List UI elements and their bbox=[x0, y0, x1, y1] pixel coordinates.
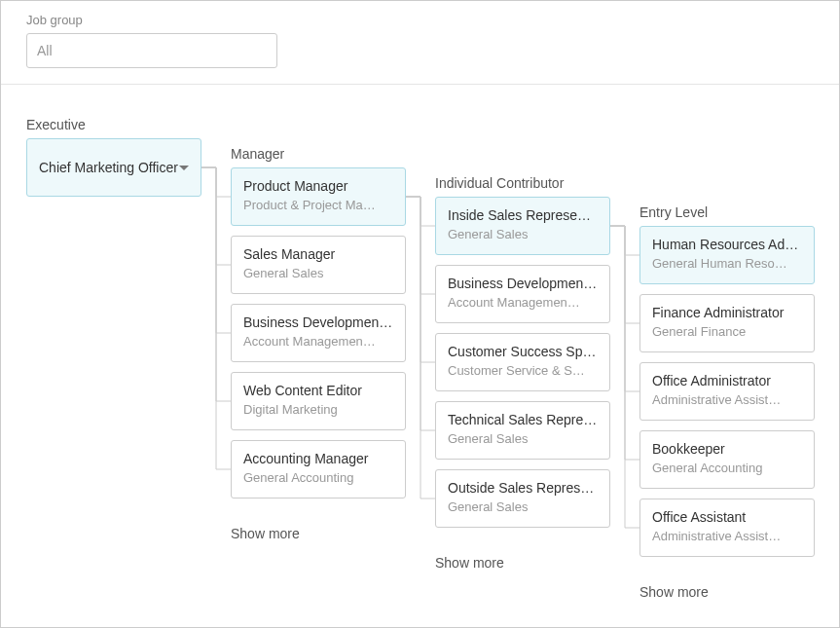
manager-node-product-manager[interactable]: Product Manager Product & Project Ma… bbox=[231, 167, 406, 226]
node-subtitle: Account Managemen… bbox=[448, 295, 598, 310]
node-title: Technical Sales Represe… bbox=[448, 412, 598, 427]
entry-node-finance-admin[interactable]: Finance Administrator General Finance bbox=[639, 294, 815, 352]
node-title: Product Manager bbox=[243, 178, 393, 194]
manager-node-accounting-manager[interactable]: Accounting Manager General Accounting bbox=[231, 440, 406, 499]
show-more-entry[interactable]: Show more bbox=[639, 584, 709, 600]
node-subtitle: General Sales bbox=[243, 266, 393, 280]
executive-node-dropdown[interactable]: Chief Marketing Officer bbox=[26, 138, 201, 197]
node-subtitle: General Accounting bbox=[243, 470, 393, 485]
node-title: Business Development R… bbox=[448, 276, 598, 291]
column-title-entry: Entry Level bbox=[639, 204, 708, 220]
node-subtitle: Product & Project Ma… bbox=[243, 198, 393, 212]
show-more-individual[interactable]: Show more bbox=[435, 555, 504, 571]
node-title: Accounting Manager bbox=[243, 451, 393, 466]
career-path-canvas: Executive Manager Individual Contributor… bbox=[1, 85, 839, 618]
node-title: Customer Success Speci… bbox=[448, 344, 598, 359]
node-title: Inside Sales Representat… bbox=[448, 207, 598, 223]
node-title: Finance Administrator bbox=[652, 305, 802, 320]
column-title-manager: Manager bbox=[231, 146, 284, 162]
caret-down-icon bbox=[179, 166, 189, 170]
node-subtitle: General Sales bbox=[448, 499, 598, 514]
manager-node-business-development[interactable]: Business Development … Account Managemen… bbox=[231, 304, 406, 362]
individual-node-technical-sales[interactable]: Technical Sales Represe… General Sales bbox=[435, 401, 610, 460]
node-subtitle: General Accounting bbox=[652, 461, 802, 475]
node-title: Business Development … bbox=[243, 314, 393, 330]
entry-node-office-assistant[interactable]: Office Assistant Administrative Assist… bbox=[639, 499, 815, 557]
manager-node-sales-manager[interactable]: Sales Manager General Sales bbox=[231, 236, 406, 294]
entry-node-office-admin[interactable]: Office Administrator Administrative Assi… bbox=[639, 362, 815, 421]
node-title: Web Content Editor bbox=[243, 383, 393, 398]
node-title: Office Administrator bbox=[652, 373, 802, 388]
app-frame: Job group Executive Manager Individual C… bbox=[0, 0, 840, 628]
node-subtitle: General Sales bbox=[448, 227, 598, 241]
individual-node-customer-success[interactable]: Customer Success Speci… Customer Service… bbox=[435, 333, 610, 391]
node-subtitle: General Finance bbox=[652, 324, 802, 339]
node-title: Sales Manager bbox=[243, 246, 393, 262]
node-title: Outside Sales Represent… bbox=[448, 480, 598, 496]
node-subtitle: Administrative Assist… bbox=[652, 392, 802, 407]
node-subtitle: Customer Service & S… bbox=[448, 363, 598, 378]
individual-node-business-development[interactable]: Business Development R… Account Manageme… bbox=[435, 265, 610, 323]
show-more-manager[interactable]: Show more bbox=[231, 526, 300, 541]
node-subtitle: General Human Reso… bbox=[652, 256, 802, 271]
node-subtitle: Administrative Assist… bbox=[652, 529, 802, 543]
node-title: Human Resources Admi… bbox=[652, 237, 802, 252]
node-subtitle: General Sales bbox=[448, 431, 598, 446]
column-title-individual: Individual Contributor bbox=[435, 175, 564, 191]
entry-node-bookkeeper[interactable]: Bookkeeper General Accounting bbox=[639, 430, 815, 489]
executive-node-label: Chief Marketing Officer bbox=[39, 160, 179, 175]
filter-bar: Job group bbox=[1, 1, 839, 85]
individual-node-outside-sales[interactable]: Outside Sales Represent… General Sales bbox=[435, 469, 610, 528]
node-subtitle: Account Managemen… bbox=[243, 334, 393, 349]
entry-node-hr-admin[interactable]: Human Resources Admi… General Human Reso… bbox=[639, 226, 815, 284]
column-title-executive: Executive bbox=[26, 117, 86, 132]
manager-node-web-content-editor[interactable]: Web Content Editor Digital Marketing bbox=[231, 372, 406, 430]
job-group-label: Job group bbox=[26, 13, 814, 27]
job-group-input[interactable] bbox=[26, 33, 277, 68]
node-title: Office Assistant bbox=[652, 509, 802, 525]
individual-node-inside-sales[interactable]: Inside Sales Representat… General Sales bbox=[435, 197, 610, 255]
node-subtitle: Digital Marketing bbox=[243, 402, 393, 417]
node-title: Bookkeeper bbox=[652, 441, 802, 457]
